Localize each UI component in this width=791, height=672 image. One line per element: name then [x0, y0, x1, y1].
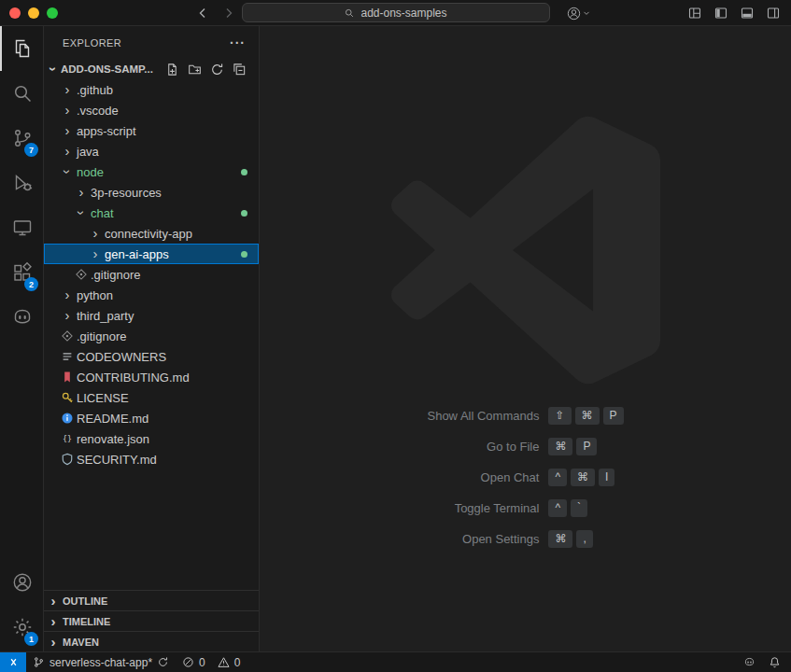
new-file-icon [165, 63, 179, 77]
activity-search-button[interactable] [0, 71, 43, 116]
tree-item-label: 3p-resources [91, 186, 162, 200]
tree-item-gitignore[interactable]: .gitignore [44, 326, 259, 346]
bell-icon [769, 656, 781, 668]
json-icon: {} [60, 431, 75, 446]
history-nav [192, 3, 239, 23]
tree-item-renovate-json[interactable]: {}renovate.json [44, 428, 259, 449]
tree-item-node[interactable]: ›node [44, 161, 259, 182]
key-cap: ⌘ [548, 438, 572, 455]
new-folder-button[interactable] [186, 61, 203, 77]
twisty-icon: › [60, 104, 75, 117]
tree-root-folder[interactable]: › ADD-ONS-SAMP... [44, 59, 259, 79]
tree-item-java[interactable]: ›java [44, 141, 259, 161]
sidebar-header: EXPLORER ··· [44, 26, 259, 59]
badge: 1 [24, 632, 38, 646]
tree-item-label: connectivity-app [105, 227, 192, 241]
collapse-all-button[interactable] [231, 61, 247, 77]
new-file-button[interactable] [163, 61, 180, 77]
forward-button[interactable] [219, 3, 239, 23]
accounts-icon [11, 571, 34, 594]
remote-indicator[interactable] [0, 652, 26, 672]
sidebar-sections: ›OUTLINE›TIMELINE›MAVEN [44, 590, 259, 651]
command-center[interactable]: add-ons-samples [242, 3, 550, 22]
account-menu[interactable] [564, 3, 591, 23]
explorer-icon [11, 37, 34, 60]
tree-item-vscode[interactable]: ›.vscode [44, 100, 259, 120]
tree-item-github[interactable]: ›.github [44, 79, 259, 100]
explorer-title: EXPLORER [63, 37, 121, 49]
security-icon [60, 452, 75, 467]
close-button[interactable] [9, 7, 21, 19]
tree-item-gen-ai-apps[interactable]: ›gen-ai-apps [44, 244, 259, 264]
shortcut-label: Open Chat [427, 470, 539, 484]
remote-icon [7, 656, 20, 668]
refresh-icon [210, 63, 224, 77]
layout-controls [685, 3, 784, 23]
git-decoration-dot [241, 169, 247, 175]
activity-remote-explorer-button[interactable] [0, 205, 43, 250]
key-cap: P [603, 407, 624, 425]
activity-bar: 721 [0, 26, 44, 651]
tree-item-gitignore[interactable]: .gitignore [44, 264, 259, 285]
tree-item-python[interactable]: ›python [44, 285, 259, 305]
tree-item-label: node [77, 165, 104, 179]
toggle-sidebar-button[interactable] [711, 3, 731, 23]
key-cap: ⌘ [575, 407, 600, 425]
tree-item-readme-md[interactable]: README.md [44, 408, 259, 428]
tree-item-third-party[interactable]: ›third_party [44, 305, 259, 326]
key-cap: ` [571, 499, 587, 517]
problems-status[interactable]: 0 0 [176, 652, 247, 672]
tree-item-connectivity-app[interactable]: ›connectivity-app [44, 223, 259, 244]
back-button[interactable] [192, 3, 213, 23]
codeowners-icon [60, 349, 75, 364]
activity-run-debug-button[interactable] [0, 161, 43, 205]
activity-explorer-button[interactable] [0, 26, 43, 71]
notifications-button[interactable] [762, 656, 787, 668]
tree-item-codeowners[interactable]: CODEOWNERS [44, 346, 259, 367]
toggle-panel-button[interactable] [737, 3, 757, 23]
status-bar: serverless-chat-app* 0 0 [0, 651, 791, 672]
twisty-icon: › [88, 247, 103, 260]
tree-item-label: CODEOWNERS [77, 350, 166, 364]
tree-item-license[interactable]: LICENSE [44, 387, 259, 408]
tree-item-contributing-md[interactable]: CONTRIBUTING.md [44, 367, 259, 387]
shortcut-hints: Show All Commands⇧⌘PGo to File⌘POpen Cha… [427, 407, 623, 548]
activity-source-control-button[interactable]: 7 [0, 116, 43, 161]
branch-label: serverless-chat-app* [49, 656, 152, 669]
section-maven[interactable]: ›MAVEN [44, 631, 259, 651]
shortcut-keys: ^⌘I [548, 469, 623, 486]
twisty-icon: › [46, 595, 61, 608]
key-cap: ⌘ [571, 469, 595, 486]
toggle-secondary-sidebar-button[interactable] [763, 3, 784, 23]
explorer-sidebar: EXPLORER ··· › ADD-ONS-SAMP... ›.github›… [44, 26, 260, 651]
tree-item-3p-resources[interactable]: ›3p-resources [44, 182, 259, 203]
twisty-icon: › [88, 227, 103, 240]
copilot-status[interactable] [737, 656, 762, 668]
activity-accounts-button[interactable] [0, 560, 43, 605]
tree-item-security-md[interactable]: SECURITY.md [44, 449, 259, 469]
zoom-button[interactable] [47, 7, 58, 19]
branch-status[interactable]: serverless-chat-app* [26, 652, 176, 672]
minimize-button[interactable] [28, 7, 39, 19]
section-label: OUTLINE [63, 595, 107, 607]
customize-layout-button[interactable] [685, 3, 705, 23]
twisty-icon: › [60, 124, 75, 137]
refresh-button[interactable] [208, 61, 225, 77]
activity-extensions-button[interactable]: 2 [0, 250, 43, 295]
activity-settings-button[interactable]: 1 [0, 605, 43, 650]
section-timeline[interactable]: ›TIMELINE [44, 610, 259, 631]
twisty-icon: › [60, 83, 75, 96]
shortcut-label: Go to File [427, 440, 539, 454]
shortcut-label: Open Settings [427, 532, 539, 546]
section-outline[interactable]: ›OUTLINE [44, 590, 259, 610]
more-actions-icon[interactable]: ··· [230, 35, 246, 50]
search-icon [344, 7, 355, 19]
activity-copilot-button[interactable] [0, 295, 43, 340]
tree-item-label: python [77, 288, 113, 302]
tree-item-label: LICENSE [77, 391, 129, 405]
chevron-down-icon [582, 8, 591, 18]
tree-item-chat[interactable]: ›chat [44, 203, 259, 223]
tree-item-apps-script[interactable]: ›apps-script [44, 120, 259, 141]
key-cap: ⇧ [548, 407, 571, 425]
errors-icon [182, 656, 194, 668]
